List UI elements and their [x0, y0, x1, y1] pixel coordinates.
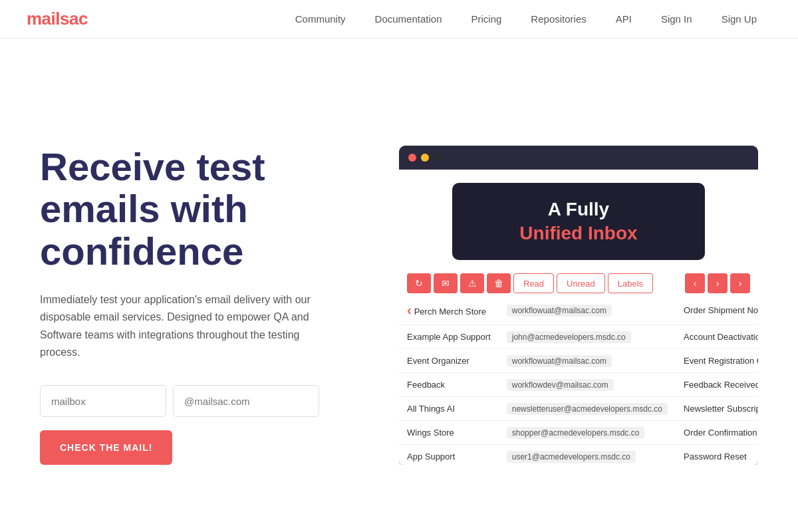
inbox-header-prefix: A Fully [466, 199, 692, 220]
browser-content: A Fully Unified Inbox ↻ ✉ ⚠ 🗑 Read Unrea… [399, 170, 758, 465]
nav-link-api[interactable]: API [601, 0, 646, 39]
inbox-header-card: A Fully Unified Inbox [452, 183, 705, 260]
table-row[interactable]: All Things AI newsletteruser@acmedevelop… [399, 397, 758, 421]
unread-filter-button[interactable]: Unread [557, 273, 605, 293]
email-cell: john@acmedevelopers.msdc.co [499, 325, 676, 349]
nav-link-pricing[interactable]: Pricing [457, 0, 517, 39]
hero-title: Receive test emails with confidence [40, 146, 372, 273]
table-row[interactable]: App Support user1@acmedevelopers.msdc.co… [399, 445, 758, 466]
nav-item-community[interactable]: Community [281, 0, 360, 39]
browser-window: A Fully Unified Inbox ↻ ✉ ⚠ 🗑 Read Unrea… [399, 146, 758, 465]
nav-link-repositories[interactable]: Repositories [516, 0, 600, 39]
sender-cell: All Things AI [399, 397, 499, 421]
email-cell: newsletteruser@acmedevelopers.msdc.co [499, 397, 676, 421]
table-row[interactable]: Event Organizer workflowuat@mailsac.com … [399, 349, 758, 373]
nav-item-sign-in[interactable]: Sign In [646, 0, 707, 39]
hero-right: A Fully Unified Inbox ↻ ✉ ⚠ 🗑 Read Unrea… [399, 146, 758, 465]
hero-subtitle: Immediately test your application's emai… [40, 291, 332, 362]
inbox-button[interactable]: ✉ [434, 273, 458, 293]
email-cell: workflowdev@mailsac.com [499, 373, 676, 397]
next-page-button[interactable]: › [708, 273, 728, 293]
nav-item-api[interactable]: API [601, 0, 646, 39]
hero-left: Receive test emails with confidence Imme… [40, 146, 372, 466]
sender-cell: Example App Support [399, 325, 499, 349]
browser-titlebar [399, 146, 758, 170]
subject-cell: Password Reset [676, 445, 758, 466]
table-row[interactable]: Wings Store shopper@acmedevelopers.msdc.… [399, 421, 758, 445]
subject-cell: Account Deactivation Warning [676, 325, 758, 349]
email-table: ‹Perch Merch Store workflowuat@mailsac.c… [399, 296, 758, 465]
nav-item-pricing[interactable]: Pricing [457, 0, 517, 39]
inbox-toolbar: ↻ ✉ ⚠ 🗑 Read Unread Labels ‹ › › [399, 273, 758, 293]
email-cell: workflowuat@mailsac.com [499, 349, 676, 373]
email-input-row [40, 385, 372, 417]
nav-item-documentation[interactable]: Documentation [360, 0, 457, 39]
nav-link-community[interactable]: Community [281, 0, 360, 39]
subject-cell: Order Confirmation #12345 [676, 421, 758, 445]
labels-filter-button[interactable]: Labels [608, 273, 653, 293]
inbox-header-highlight: Unified Inbox [466, 223, 692, 244]
back-chevron-icon: ‹ [407, 303, 414, 317]
window-maximize-dot[interactable] [434, 154, 442, 162]
warning-button[interactable]: ⚠ [460, 273, 484, 293]
nav-item-sign-up[interactable]: Sign Up [707, 0, 771, 39]
navbar: mailsac Community Documentation Pricing … [0, 0, 798, 39]
nav-links: Community Documentation Pricing Reposito… [281, 0, 771, 39]
hero-section: Receive test emails with confidence Imme… [0, 39, 798, 532]
check-mail-button[interactable]: CHECK THE MAIL! [40, 430, 172, 465]
last-page-button[interactable]: › [730, 273, 750, 293]
sender-cell: Wings Store [399, 421, 499, 445]
table-row[interactable]: Example App Support john@acmedevelopers.… [399, 325, 758, 349]
mailbox-input[interactable] [40, 385, 166, 417]
table-row[interactable]: Feedback workflowdev@mailsac.com Feedbac… [399, 373, 758, 397]
nav-link-sign-in[interactable]: Sign In [646, 0, 707, 39]
sender-cell: Event Organizer [399, 349, 499, 373]
read-filter-button[interactable]: Read [513, 273, 554, 293]
nav-link-sign-up[interactable]: Sign Up [707, 0, 771, 39]
sender-cell: ‹Perch Merch Store [399, 296, 499, 325]
domain-input[interactable] [173, 385, 319, 417]
prev-page-button[interactable]: ‹ [685, 273, 705, 293]
subject-cell: Order Shipment Notification [676, 296, 758, 325]
email-cell: workflowuat@mailsac.com [499, 296, 676, 325]
logo[interactable]: mailsac [27, 9, 88, 29]
window-minimize-dot[interactable] [421, 154, 429, 162]
sender-cell: Feedback [399, 373, 499, 397]
refresh-button[interactable]: ↻ [407, 273, 431, 293]
email-cell: user1@acmedevelopers.msdc.co [499, 445, 676, 466]
nav-item-repositories[interactable]: Repositories [516, 0, 600, 39]
subject-cell: Feedback Received [676, 373, 758, 397]
sender-cell: App Support [399, 445, 499, 466]
subject-cell: Event Registration Confirmation [676, 349, 758, 373]
window-close-dot[interactable] [408, 154, 416, 162]
delete-button[interactable]: 🗑 [487, 273, 511, 293]
subject-cell: Newsletter Subscription Confirm... [676, 397, 758, 421]
nav-link-documentation[interactable]: Documentation [360, 0, 457, 39]
email-cell: shopper@acmedevelopers.msdc.co [499, 421, 676, 445]
table-row[interactable]: ‹Perch Merch Store workflowuat@mailsac.c… [399, 296, 758, 325]
